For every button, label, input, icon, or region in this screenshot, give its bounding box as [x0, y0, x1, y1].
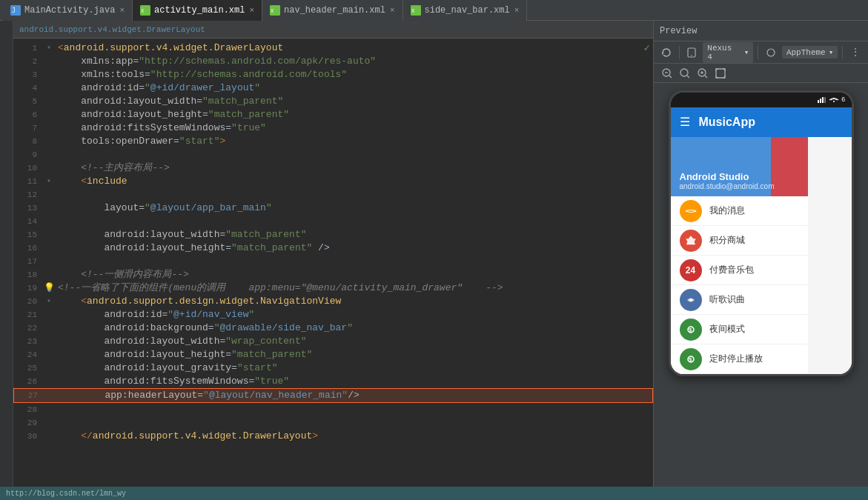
- line-content-19: <!--一省略了下面的组件(menu的调用 app:menu="@menu/ac…: [55, 281, 653, 295]
- line-num-4: 4: [13, 81, 43, 95]
- line-num-23: 23: [13, 335, 43, 348]
- fit-screen-button[interactable]: [713, 66, 728, 81]
- line-num-28: 28: [13, 403, 43, 416]
- breadcrumb-text: android.support.v4.widget.DrawerLayout: [19, 25, 205, 34]
- code-line-7: 7 android:fitsSystemWindows="true": [13, 121, 653, 135]
- editor-area: android.support.v4.widget.DrawerLayout 1…: [13, 21, 653, 487]
- tab-nav-header[interactable]: X nav_header_main.xml ×: [262, 0, 402, 21]
- line-content-11: <include: [55, 175, 653, 188]
- svg-rect-20: [716, 69, 725, 78]
- drawer-user-email: android.studio@android.com: [680, 182, 775, 190]
- tab-side-nav-bar[interactable]: X side_nav_bar.xml ×: [403, 0, 528, 21]
- code-line-26: 26 android:fitsSystemWindows="true": [13, 375, 653, 388]
- device-selector[interactable]: Nexus 4 ▾: [703, 42, 753, 63]
- line-num-15: 15: [13, 228, 43, 241]
- tab-side-nav-bar-close[interactable]: ×: [514, 6, 520, 15]
- line-num-3: 3: [13, 68, 43, 81]
- device-icon[interactable]: [684, 44, 700, 61]
- theme-icon[interactable]: [763, 44, 779, 61]
- nav-item-3[interactable]: 听歌识曲: [671, 285, 808, 315]
- tab-main-activity[interactable]: J MainActivity.java ×: [3, 0, 133, 21]
- drawer-header: Android Studio android.studio@android.co…: [671, 137, 808, 196]
- svg-text:$: $: [689, 356, 692, 363]
- line-content-15: android:layout_width="match_parent": [55, 228, 653, 241]
- line-num-18: 18: [13, 268, 43, 281]
- zoom-reset-button[interactable]: [677, 66, 692, 81]
- line-num-6: 6: [13, 108, 43, 121]
- nav-item-0[interactable]: 我的消息: [671, 196, 808, 226]
- tab-nav-header-close[interactable]: ×: [390, 6, 395, 15]
- svg-rect-21: [818, 100, 819, 103]
- theme-name: AppTheme: [786, 48, 826, 57]
- line-num-14: 14: [13, 215, 43, 228]
- bulb-icon[interactable]: 💡: [44, 281, 55, 295]
- device-dropdown-icon: ▾: [744, 47, 749, 57]
- line-num-2: 2: [13, 55, 43, 68]
- theme-selector[interactable]: AppTheme ▾: [782, 46, 838, 59]
- nav-item-4[interactable]: $ 夜间模式: [671, 315, 808, 344]
- code-line-4: 4 android:id="@+id/drawer_layout": [13, 81, 653, 95]
- line-num-9: 9: [13, 148, 43, 161]
- nav-item-2[interactable]: 24 付费音乐包: [671, 256, 808, 285]
- line-content-18: <!--一侧滑内容布局-->: [55, 268, 653, 281]
- nav-icon-4: $: [680, 319, 702, 341]
- hamburger-icon: ☰: [680, 115, 690, 130]
- code-content[interactable]: 1 ▾ <android.support.v4.widget.DrawerLay…: [13, 39, 653, 487]
- theme-dropdown-icon: ▾: [829, 47, 834, 57]
- tab-main-activity-close[interactable]: ×: [119, 6, 125, 15]
- tab-activity-main-close[interactable]: ×: [249, 6, 254, 15]
- line-content-22: android:background="@drawable/side_nav_b…: [55, 321, 653, 335]
- nav-item-1[interactable]: 积分商城: [671, 226, 808, 256]
- code-line-14: 14: [13, 215, 653, 228]
- code-line-25: 25 android:layout_gravity="start": [13, 361, 653, 375]
- left-gutter: [0, 21, 13, 487]
- svg-text:$: $: [689, 327, 692, 333]
- drawer-user-name: Android Studio: [680, 171, 775, 182]
- zoom-in-button[interactable]: [695, 66, 710, 81]
- nav-item-5[interactable]: $ 定时停止播放: [671, 344, 808, 374]
- nav-item-label-5: 定时停止播放: [709, 353, 763, 365]
- line-num-16: 16: [13, 241, 43, 255]
- preview-panel: Preview Nexus 4 ▾: [653, 21, 868, 487]
- toolbar-sep-1: [679, 46, 680, 59]
- line-content-5: android:layout_width="match_parent": [55, 95, 653, 108]
- nav-item-label-4: 夜间模式: [709, 323, 745, 336]
- line-num-8: 8: [13, 135, 43, 148]
- line-num-19: 19: [13, 281, 43, 295]
- line-content-4: android:id="@+id/drawer_layout": [55, 81, 653, 95]
- toolbar-sep-3: [842, 46, 843, 59]
- nav-icon-3: [680, 289, 702, 311]
- line-num-26: 26: [13, 375, 43, 388]
- line-content-30: </android.support.v4.widget.DrawerLayout…: [55, 430, 653, 443]
- line-num-30: 30: [13, 430, 43, 443]
- line-num-1: 1: [13, 41, 43, 55]
- battery-icon: 6: [841, 96, 845, 104]
- line-content-2: xmlns:app="http://schemas.android.com/ap…: [55, 55, 653, 68]
- phone-frame: 6 ☰ MusicApp Androi: [669, 90, 854, 376]
- more-options-button[interactable]: ⋮: [847, 44, 864, 61]
- line-num-7: 7: [13, 121, 43, 135]
- line-num-22: 22: [13, 321, 43, 335]
- fold-11[interactable]: ▾: [43, 175, 55, 188]
- fold-1[interactable]: ▾: [43, 41, 55, 55]
- phone-preview-area: 6 ☰ MusicApp Androi: [654, 83, 868, 487]
- device-name: Nexus 4: [707, 44, 741, 61]
- fold-20[interactable]: ▾: [43, 295, 55, 308]
- java-file-icon: J: [10, 5, 21, 16]
- zoom-toolbar: [654, 64, 868, 83]
- code-line-19: 19 💡 <!--一省略了下面的组件(menu的调用 app:menu="@me…: [13, 281, 653, 295]
- svg-text:J: J: [12, 7, 16, 14]
- line-num-5: 5: [13, 95, 43, 108]
- code-line-21: 21 android:id="@+id/nav_view": [13, 308, 653, 321]
- nav-icon-1: [680, 230, 702, 252]
- zoom-out-button[interactable]: [660, 66, 675, 81]
- refresh-button[interactable]: [658, 44, 675, 61]
- code-line-20: 20 ▾ <android.support.design.widget.Navi…: [13, 295, 653, 308]
- code-line-13: 13 layout="@layout/app_bar_main": [13, 201, 653, 215]
- svg-point-26: [689, 299, 692, 301]
- phone-status-bar: 6: [671, 93, 852, 107]
- code-line-24: 24 android:layout_height="match_parent": [13, 348, 653, 361]
- tab-activity-main[interactable]: X activity_main.xml ×: [133, 0, 262, 21]
- line-content-24: android:layout_height="match_parent": [55, 348, 653, 361]
- line-content-26: android:fitsSystemWindows="true": [55, 375, 653, 388]
